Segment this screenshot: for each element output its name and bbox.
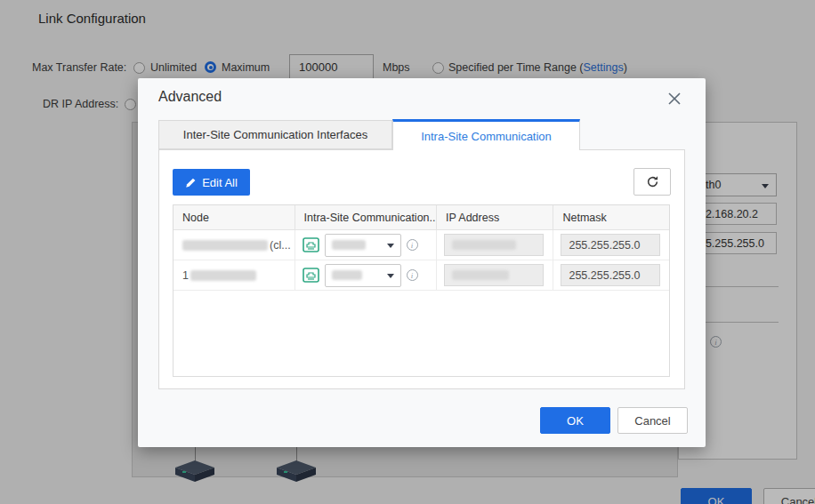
advanced-dialog: Advanced Inter-Site Communication Interf… [138, 78, 706, 447]
column-header-netmask[interactable]: Netmask [553, 205, 669, 229]
interface-select[interactable] [325, 234, 401, 257]
ip-address-field-disabled [444, 234, 544, 256]
dialog-title: Advanced [158, 89, 222, 105]
redacted-node-name [182, 240, 268, 251]
node-name-fragment: 1 [182, 269, 189, 282]
tab-intra-site-communication[interactable]: Intra-Site Communication [392, 119, 580, 150]
intra-site-table: Node Intra-Site Communication... IP Addr… [173, 204, 670, 377]
interface-cell: i [295, 230, 437, 260]
caret-down-icon [387, 274, 394, 278]
column-header-node[interactable]: Node [173, 205, 295, 229]
table-row: 1 i [173, 260, 669, 291]
redacted-interface-name [332, 270, 362, 280]
tab-inter-site-communication-interfaces[interactable]: Inter-Site Communication Interfaces [158, 120, 392, 149]
caret-down-icon [387, 244, 394, 248]
netmask-cell: 255.255.255.0 [553, 260, 669, 290]
redacted-ip [452, 270, 509, 280]
netmask-field-disabled: 255.255.255.0 [561, 264, 660, 286]
ip-address-field-disabled [444, 264, 544, 286]
edit-all-button[interactable]: Edit All [173, 169, 250, 196]
redacted-interface-name [332, 240, 366, 250]
node-cell: 1 [173, 260, 295, 290]
interface-cell: i [295, 260, 437, 290]
ethernet-port-icon [303, 268, 319, 283]
pencil-icon [185, 177, 197, 188]
redacted-ip [452, 240, 516, 250]
netmask-value: 255.255.255.0 [569, 239, 640, 252]
netmask-value: 255.255.255.0 [569, 269, 640, 282]
tab-panel: Edit All Node Intra-Site Communication..… [158, 149, 685, 389]
close-icon[interactable] [666, 91, 682, 107]
column-header-ip-address[interactable]: IP Address [437, 205, 554, 229]
info-icon: i [407, 269, 418, 281]
netmask-cell: 255.255.255.0 [553, 230, 669, 260]
node-cell: (cl... [173, 230, 295, 260]
interface-select[interactable] [325, 264, 401, 287]
table-row: (cl... i [173, 230, 669, 260]
refresh-button[interactable] [633, 168, 671, 196]
screen: Link Configuration Max Transfer Rate: Un… [0, 0, 815, 504]
node-name-fragment: (cl... [270, 239, 291, 252]
redacted-node-name [190, 270, 256, 281]
ip-address-cell [437, 230, 554, 260]
info-icon: i [407, 239, 418, 251]
refresh-icon [646, 175, 659, 188]
column-header-intra-site-communication[interactable]: Intra-Site Communication... [295, 205, 437, 229]
ip-address-cell [437, 260, 554, 290]
netmask-field-disabled: 255.255.255.0 [561, 234, 660, 256]
ethernet-port-icon [303, 237, 319, 252]
edit-all-label: Edit All [202, 176, 238, 189]
dialog-cancel-button[interactable]: Cancel [617, 407, 688, 434]
table-header-row: Node Intra-Site Communication... IP Addr… [173, 205, 669, 230]
dialog-ok-button[interactable]: OK [540, 407, 610, 434]
